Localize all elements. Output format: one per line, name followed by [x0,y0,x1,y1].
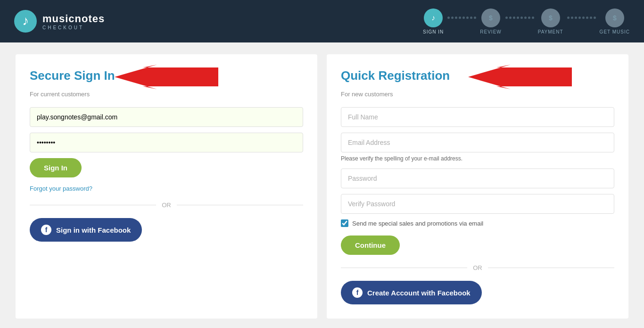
step-signin-circle: ♪ [424,8,443,27]
facebook-signin-label: Sign in with Facebook [56,226,131,234]
signin-arrow [115,64,218,92]
signin-or-text: OR [162,202,171,209]
facebook-signin-button[interactable]: f Sign in with Facebook [30,218,142,242]
svg-marker-6 [115,65,218,89]
step-payment-label: PAYMENT [538,29,563,34]
logo-text: musicnotes CHECKOUT [42,13,105,30]
step-dots-1 [444,17,480,19]
svg-text:♪: ♪ [22,13,29,28]
email-input[interactable] [30,107,303,127]
logo-icon: ♪ [14,10,37,33]
register-card: Quick Registration For new customers Ple… [327,54,628,319]
svg-text:$: $ [489,14,493,22]
step-payment: $ PAYMENT [538,8,563,34]
step-signin: ♪ SIGN IN [423,8,444,34]
step-payment-circle: $ [541,8,560,27]
logo-area: ♪ musicnotes CHECKOUT [14,10,105,33]
step-getmusic-label: GET MUSIC [600,29,630,34]
step-review: $ REVIEW [480,8,501,34]
step-review-circle: $ [481,8,500,27]
reg-or-line-left [341,268,467,268]
facebook-register-button[interactable]: f Create Account with Facebook [341,281,482,304]
promo-checkbox[interactable] [341,219,348,227]
step-signin-label: SIGN IN [423,29,444,34]
logo-name: musicnotes [42,13,105,25]
logo-sub: CHECKOUT [42,25,105,30]
svg-marker-7 [468,65,572,89]
fullname-input[interactable] [341,107,614,127]
step-getmusic-circle: $ [605,8,624,27]
register-title: Quick Registration [341,68,450,83]
svg-text:$: $ [613,14,617,22]
step-dots-2 [502,17,538,19]
facebook-icon: f [41,225,51,235]
or-line-left [30,205,156,205]
forgot-password-link[interactable]: Forgot your password? [30,185,303,192]
promo-checkbox-row: Send me special sales and promotions via… [341,219,614,227]
register-arrow [468,64,572,92]
reg-or-line-right [488,268,614,268]
password-input[interactable] [30,133,303,152]
signin-button[interactable]: Sign In [30,158,82,177]
register-or-text: OR [473,264,482,271]
facebook-register-label: Create Account with Facebook [367,289,471,297]
svg-text:♪: ♪ [431,14,435,22]
register-email-input[interactable] [341,133,614,152]
header: ♪ musicnotes CHECKOUT ♪ SIGN IN $ REVIEW [0,0,644,42]
signin-card: Secure Sign In For current customers Sig… [16,54,317,319]
step-review-label: REVIEW [480,29,501,34]
promo-checkbox-label: Send me special sales and promotions via… [352,220,483,227]
register-or-divider: OR [341,264,614,271]
steps-area: ♪ SIGN IN $ REVIEW $ PAYMENT [423,8,630,34]
register-password-input[interactable] [341,168,614,188]
verify-password-input[interactable] [341,194,614,214]
signin-title: Secure Sign In [30,68,115,83]
svg-text:$: $ [549,14,553,22]
step-dots-3 [563,17,600,19]
signin-or-divider: OR [30,202,303,209]
facebook-register-icon: f [352,287,363,298]
main-content: Secure Sign In For current customers Sig… [6,42,638,328]
or-line-right [177,205,303,205]
continue-button[interactable]: Continue [341,235,400,255]
step-getmusic: $ GET MUSIC [600,8,630,34]
verify-note: Please verify the spelling of your e-mai… [341,155,614,162]
